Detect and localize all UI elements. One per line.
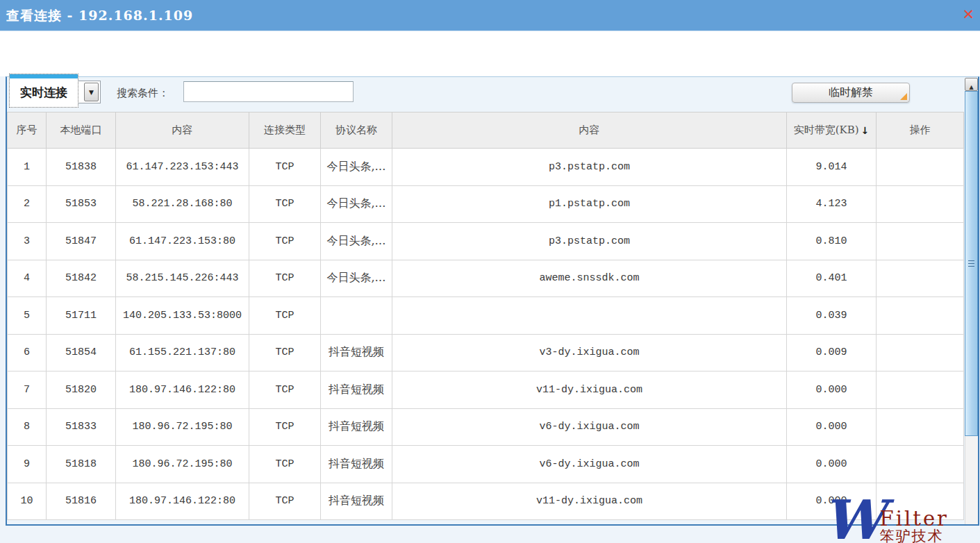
cell-no: 4 xyxy=(7,260,47,298)
cell-protocol: 今日头条,… xyxy=(321,149,392,186)
cell-bandwidth: 4.123 xyxy=(787,186,877,224)
cell-operation xyxy=(877,446,964,483)
window-title: 查看连接 - 192.168.1.109 xyxy=(6,7,193,25)
cell-bandwidth: 0.810 xyxy=(787,223,877,260)
cell-type: TCP xyxy=(249,223,321,260)
cell-port: 51853 xyxy=(47,186,116,224)
cell-content: v3-dy.ixigua.com xyxy=(392,335,787,372)
cell-type: TCP xyxy=(249,409,321,446)
cell-operation xyxy=(877,371,964,409)
header-local-port: 本地端口 xyxy=(47,112,116,149)
cell-port: 51854 xyxy=(47,335,116,372)
cell-operation xyxy=(877,260,964,298)
search-label: 搜索条件： xyxy=(117,87,169,100)
table-row: 5 51711 140.205.133.53:8000 TCP 0.039 xyxy=(7,297,964,335)
scrollbar-track[interactable] xyxy=(965,436,978,524)
table-row: 8 51833 180.96.72.195:80 TCP 抖音短视频 v6-dy… xyxy=(7,409,964,446)
cell-content: p3.pstatp.com xyxy=(392,149,787,186)
scroll-up-button[interactable]: ▲ xyxy=(965,78,978,91)
cell-content: aweme.snssdk.com xyxy=(392,260,787,298)
cell-remote: 58.215.145.226:443 xyxy=(116,260,249,298)
cell-port: 51842 xyxy=(47,260,116,298)
table-row: 9 51818 180.96.72.195:80 TCP 抖音短视频 v6-dy… xyxy=(7,446,964,483)
cell-operation xyxy=(877,223,964,260)
cell-no: 7 xyxy=(7,371,47,409)
scrollbar-grip-icon xyxy=(968,260,974,267)
content-panel: 显示 10条 ▼ 搜索条件： 临时解禁 序号 本地端口 内容 连接类型 协议名称… xyxy=(6,76,979,526)
header-connection-type: 连接类型 xyxy=(249,112,321,149)
cell-protocol: 今日头条,… xyxy=(321,186,392,224)
titlebar: 查看连接 - 192.168.1.109 ✕ xyxy=(0,0,980,31)
cell-operation xyxy=(877,335,964,372)
cell-operation xyxy=(877,483,964,521)
unblock-button[interactable]: 临时解禁 xyxy=(792,83,910,103)
cell-remote: 61.147.223.153:80 xyxy=(116,223,249,260)
cell-content: v6-dy.ixigua.com xyxy=(392,446,787,483)
scrollbar-thumb[interactable] xyxy=(965,91,978,436)
cell-no: 3 xyxy=(7,223,47,260)
cell-protocol: 抖音短视频 xyxy=(321,335,392,372)
cell-content: p3.pstatp.com xyxy=(392,223,787,260)
cell-type: TCP xyxy=(249,297,321,335)
cell-bandwidth: 9.014 xyxy=(787,149,877,186)
sort-desc-icon: ↓ xyxy=(861,125,870,136)
header-protocol-name: 协议名称 xyxy=(321,112,392,149)
table-row: 6 51854 61.155.221.137:80 TCP 抖音短视频 v3-d… xyxy=(7,335,964,372)
cell-remote: 58.221.28.168:80 xyxy=(116,186,249,224)
cell-protocol: 今日头条,… xyxy=(321,223,392,260)
cell-bandwidth: 0.039 xyxy=(787,297,877,335)
header-no: 序号 xyxy=(7,112,47,149)
cell-bandwidth: 0.000 xyxy=(787,371,877,409)
cell-port: 51847 xyxy=(47,223,116,260)
cell-protocol: 抖音短视频 xyxy=(321,483,392,521)
cell-type: TCP xyxy=(249,260,321,298)
table-row: 4 51842 58.215.145.226:443 TCP 今日头条,… aw… xyxy=(7,260,964,298)
table-header: 序号 本地端口 内容 连接类型 协议名称 内容 实时带宽(KB) ↓ 操作 xyxy=(7,112,964,149)
cell-remote: 180.96.72.195:80 xyxy=(116,409,249,446)
cell-remote: 61.147.223.153:443 xyxy=(116,149,249,186)
chevron-down-icon: ▼ xyxy=(89,89,94,96)
table-row: 3 51847 61.147.223.153:80 TCP 今日头条,… p3.… xyxy=(7,223,964,260)
header-content-remote: 内容 xyxy=(116,112,249,149)
close-icon[interactable]: ✕ xyxy=(962,6,974,24)
cell-protocol: 今日头条,… xyxy=(321,260,392,298)
cell-bandwidth: 0.401 xyxy=(787,260,877,298)
active-tab-accent-bar xyxy=(10,74,78,78)
header-bandwidth-label: 实时带宽(KB) xyxy=(794,124,859,137)
cell-protocol: 抖音短视频 xyxy=(321,409,392,446)
header-bandwidth-sortable[interactable]: 实时带宽(KB) ↓ xyxy=(787,112,877,149)
table-row: 10 51816 180.97.146.122:80 TCP 抖音短视频 v11… xyxy=(7,483,964,521)
search-input[interactable] xyxy=(183,81,354,102)
cell-content: p1.pstatp.com xyxy=(392,186,787,224)
cell-content: v11-dy.ixigua.com xyxy=(392,371,787,409)
cell-no: 1 xyxy=(7,149,47,186)
corner-triangle-icon xyxy=(900,93,907,100)
cell-no: 6 xyxy=(7,335,47,372)
up-arrow-icon: ▲ xyxy=(969,84,973,90)
tab-realtime-connections[interactable]: 实时连接 xyxy=(9,74,78,108)
cell-bandwidth: 0.000 xyxy=(787,483,877,521)
dropdown-button[interactable]: ▼ xyxy=(84,83,99,101)
cell-content: v6-dy.ixigua.com xyxy=(392,409,787,446)
table-row: 7 51820 180.97.146.122:80 TCP 抖音短视频 v11-… xyxy=(7,371,964,409)
cell-remote: 180.97.146.122:80 xyxy=(116,483,249,521)
cell-type: TCP xyxy=(249,483,321,521)
cell-type: TCP xyxy=(249,371,321,409)
cell-port: 51711 xyxy=(47,297,116,335)
cell-port: 51816 xyxy=(47,483,116,521)
cell-bandwidth: 0.000 xyxy=(787,409,877,446)
table-body: 1 51838 61.147.223.153:443 TCP 今日头条,… p3… xyxy=(7,149,964,520)
header-operation: 操作 xyxy=(877,112,964,149)
tab-strip: 实时连接 实时封堵 xyxy=(0,31,980,76)
cell-no: 8 xyxy=(7,409,47,446)
vertical-scrollbar[interactable]: ▲ xyxy=(965,78,978,524)
cell-port: 51838 xyxy=(47,149,116,186)
cell-type: TCP xyxy=(249,186,321,224)
cell-remote: 180.97.146.122:80 xyxy=(116,371,249,409)
cell-bandwidth: 0.000 xyxy=(787,446,877,483)
cell-protocol xyxy=(321,297,392,335)
cell-no: 5 xyxy=(7,297,47,335)
cell-protocol: 抖音短视频 xyxy=(321,371,392,409)
cell-operation xyxy=(877,149,964,186)
toolbar: 显示 10条 ▼ 搜索条件： 临时解禁 xyxy=(7,77,978,112)
